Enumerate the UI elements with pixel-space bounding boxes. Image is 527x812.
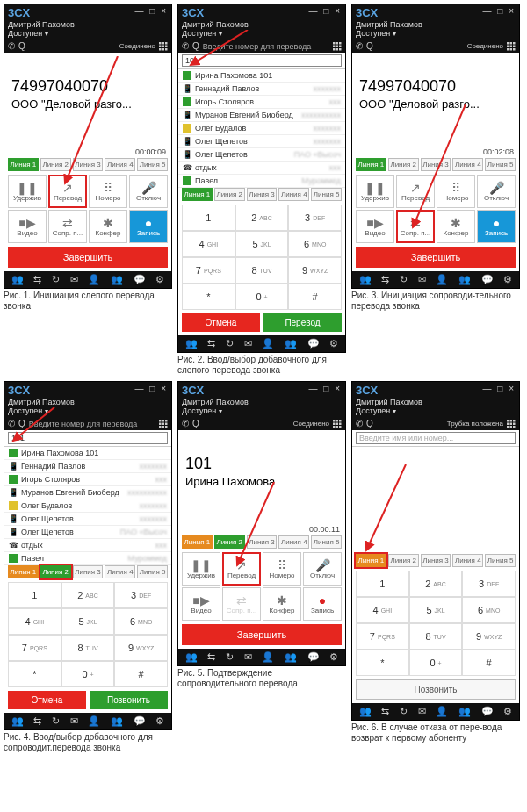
hold-button[interactable]: ❚❚Удержив [8,175,47,208]
dialkey-3[interactable]: 3DEF [288,205,342,231]
dialkey-9[interactable]: 9WXYZ [114,635,168,661]
dialkey-*[interactable]: * [8,661,61,687]
dialkey-7[interactable]: 7PQRS [356,623,409,650]
dialkey-0[interactable]: 0+ [409,650,463,676]
dialkey-*[interactable]: * [356,650,409,676]
chat-icon[interactable]: 💬 [134,274,146,285]
dialpad-button[interactable]: ⠿Номеро [89,175,127,208]
dialkey-8[interactable]: 8TUV [235,257,289,284]
contact-item[interactable]: Ирина Пахомова 101 [4,447,171,460]
contact-item[interactable]: 📱Олег Щепетовxxxxxxx [4,513,171,526]
dialkey-0[interactable]: 0+ [235,284,289,310]
dialkey-1[interactable]: 1 [182,205,235,231]
dialkey-2[interactable]: 2ABC [409,571,463,597]
call-button[interactable]: Позвонить [90,691,168,709]
dialkey-#[interactable]: # [462,650,516,676]
transfer-button[interactable]: ↗Перевод [222,552,261,586]
contact-item[interactable]: 📱Олег ЩепетовПАО «Высоч [178,148,345,162]
contact-item[interactable]: Игорь Столяровxxx [178,96,345,109]
contact-item[interactable]: 📱Геннадий Павловxxxxxxx [178,83,345,96]
contact-item[interactable]: ☎отдыхxxx [4,539,171,552]
dialkey-5[interactable]: 5JKL [409,597,463,623]
settings-icon[interactable]: ⚙ [155,274,164,285]
transfer-input[interactable]: 101 [8,432,168,444]
record-button[interactable]: ●Запись [129,210,168,243]
dialkey-8[interactable]: 8TUV [61,635,115,661]
contact-item[interactable]: ПавелМуроммед [4,552,171,565]
conference-button[interactable]: ✱Конфер [437,210,475,243]
dialpad-toggle-icon[interactable] [333,42,342,51]
line-5[interactable]: Линия 5 [137,158,168,171]
line-2[interactable]: Линия 2 [40,158,71,171]
cancel-button[interactable]: Отмена [8,691,86,709]
contact-item[interactable]: Игорь Столяровxxx [4,473,171,486]
contact-item[interactable]: Олег Будаловxxxxxxx [4,499,171,513]
dialkey-5[interactable]: 5JKL [235,231,289,257]
window-controls[interactable]: — □ × [135,6,168,16]
contact-item[interactable]: Ирина Пахомова 101 [178,69,345,83]
dialkey-1[interactable]: 1 [356,571,409,597]
dialkey-8[interactable]: 8TUV [409,623,463,650]
dialkey-9[interactable]: 9WXYZ [288,257,342,284]
line-4[interactable]: Линия 4 [105,158,135,171]
dialkey-5[interactable]: 5JKL [61,608,115,635]
dialpad-button[interactable]: ⠿Номеро [437,175,475,208]
contacts-icon[interactable]: 👥 [11,274,24,285]
dialkey-#[interactable]: # [288,284,342,310]
dialkey-6[interactable]: 6MNO [114,608,168,635]
transfer-button[interactable]: ↗Перевод [48,175,87,208]
dialkey-4[interactable]: 4GHI [182,231,235,257]
hold-button[interactable]: ❚❚Удержив [356,175,394,208]
record-button[interactable]: ●Запись [477,210,516,243]
dialkey-3[interactable]: 3DEF [462,571,516,597]
transfer-input[interactable]: 101 [182,54,342,67]
dialkey-0[interactable]: 0+ [61,661,115,687]
dialkey-4[interactable]: 4GHI [8,608,61,635]
att-transfer-button[interactable]: ⇄Сопр. п... [48,210,87,243]
contact-item[interactable]: 📱Олег Щепетовxxxxxxx [178,135,345,148]
dialkey-#[interactable]: # [114,661,168,687]
contact-item[interactable]: 📱Муранов Евгений Биобердxxxxxxxxxx [4,486,171,499]
line-3[interactable]: Линия 3 [73,158,104,171]
line-1[interactable]: Линия 1 [8,158,39,171]
mute-button[interactable]: 🎤Отключ [477,175,516,208]
cancel-button[interactable]: Отмена [182,313,260,332]
dial-input[interactable]: Введите имя или номер... [356,432,516,444]
dialkey-7[interactable]: 7PQRS [8,635,61,661]
dialkey-6[interactable]: 6MNO [462,597,516,623]
contact-item[interactable]: 📱Геннадий Павловxxxxxxx [4,460,171,473]
transfer-button[interactable]: ↗Перевод [396,175,435,208]
contact-item[interactable]: Олег Будаловxxxxxxx [178,122,345,135]
video-button[interactable]: ■▶Видео [8,210,47,243]
dialkey-2[interactable]: 2ABC [61,582,115,608]
dialkey-6[interactable]: 6MNO [288,231,342,257]
conf-tab-icon[interactable]: 👥 [111,274,123,285]
contact-item[interactable]: 📱Олег ЩепетовПАО «Высоч [4,526,171,539]
dialkey-2[interactable]: 2ABC [235,205,289,231]
dialkey-9[interactable]: 9WXYZ [462,623,516,650]
video-button[interactable]: ■▶Видео [356,210,394,243]
transfer-confirm-button[interactable]: Перевод [264,313,342,332]
contact-item[interactable]: ☎отдыхxxx [178,162,345,175]
dialpad-toggle-icon[interactable] [159,42,168,51]
end-call-button[interactable]: Завершить [8,247,168,268]
history-icon[interactable]: ↻ [52,274,60,285]
contact-item[interactable]: 📱Муранов Евгений Биобердxxxxxxxxxx [178,109,345,122]
dialkey-3[interactable]: 3DEF [114,582,168,608]
dialkey-7[interactable]: 7PQRS [182,257,235,284]
line-2-active[interactable]: Линия 2 [40,565,71,578]
line-1-held[interactable]: Линия 1 [8,565,39,578]
mute-button[interactable]: 🎤Отключ [129,175,168,208]
att-transfer-button[interactable]: ⇄Сопр. п... [396,210,435,243]
dialkey-4[interactable]: 4GHI [356,597,409,623]
line-1-held[interactable]: Линия 1 [356,554,386,567]
presence-status[interactable]: Доступен [8,29,168,38]
conference-button[interactable]: ✱Конфер [89,210,127,243]
presence-icon[interactable]: 👤 [88,274,100,285]
voicemail-icon[interactable]: ✉ [70,274,78,285]
transfer-tab-icon[interactable]: ⇆ [33,274,41,285]
dialkey-*[interactable]: * [182,284,235,310]
call-button[interactable]: Позвонить [356,679,516,700]
contact-item[interactable]: ПавелМуроммед [178,175,345,188]
dialkey-1[interactable]: 1 [8,582,61,608]
